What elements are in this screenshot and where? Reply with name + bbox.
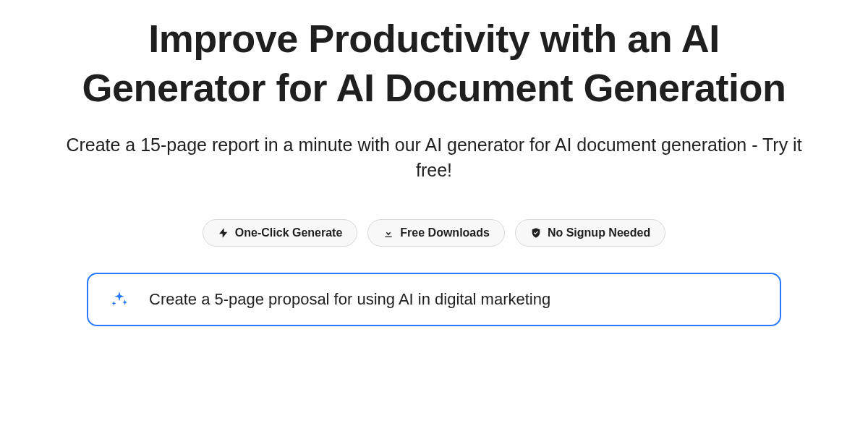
badge-free-downloads: Free Downloads bbox=[367, 219, 505, 247]
sparkle-icon bbox=[110, 290, 129, 309]
feature-badges: One-Click Generate Free Downloads No Sig… bbox=[29, 219, 839, 247]
badge-one-click-generate: One-Click Generate bbox=[203, 219, 358, 247]
badge-no-signup-needed: No Signup Needed bbox=[515, 219, 665, 247]
badge-label: One-Click Generate bbox=[235, 226, 343, 239]
badge-label: Free Downloads bbox=[400, 226, 490, 239]
prompt-input[interactable] bbox=[149, 290, 758, 309]
page-subheadline: Create a 15-page report in a minute with… bbox=[29, 132, 839, 183]
prompt-input-container[interactable] bbox=[87, 273, 781, 326]
download-icon bbox=[383, 227, 394, 239]
bolt-icon bbox=[218, 227, 229, 239]
shield-check-icon bbox=[530, 227, 542, 239]
page-headline: Improve Productivity with an AI Generato… bbox=[29, 14, 839, 112]
badge-label: No Signup Needed bbox=[548, 226, 650, 239]
